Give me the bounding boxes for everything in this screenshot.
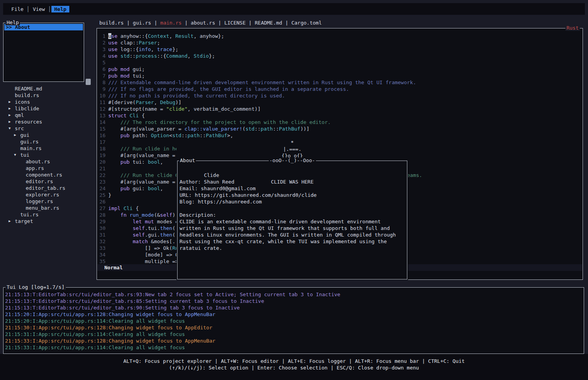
code-token: use <box>108 46 117 52</box>
tree-item-gui[interactable]: ▶gui <box>3 132 93 138</box>
code-token: clap::value_parser! <box>185 126 243 132</box>
code-token: pub <box>120 186 129 191</box>
folder-expanded-icon: ▼ <box>9 125 15 132</box>
code-token <box>108 186 120 191</box>
code-token: Cli <box>123 205 132 211</box>
tree-item-target[interactable]: ▶target <box>3 218 93 224</box>
code-token: pub <box>108 73 117 79</box>
tab-gui-rs[interactable]: gui.rs <box>133 20 151 26</box>
code-line: 13struct Cli { <box>98 112 582 119</box>
code-token: let <box>133 219 142 224</box>
code-token: log::{ <box>117 46 139 52</box>
tab-about-rs[interactable]: about.rs <box>191 20 215 26</box>
tab-build-rs[interactable]: build.rs <box>99 20 124 26</box>
menu-item-help[interactable]: Help <box>51 6 69 12</box>
code-token: pub <box>108 66 117 72</box>
code-token: impl <box>108 205 120 211</box>
line-number: 30 <box>98 225 106 232</box>
tree-item-resources[interactable]: ▶resources <box>3 118 93 125</box>
code-line: 3use log::{info, trace}; <box>98 46 582 53</box>
status-keybinds-primary: ALT+Q: Focus project explorer | ALT+W: F… <box>0 358 588 364</box>
code-line: 1use anyhow::{Context, Result, anyhow}; <box>98 33 582 39</box>
tree-item-explorer-rs[interactable]: explorer.rs <box>3 191 93 198</box>
tree-item-build-rs[interactable]: build.rs <box>3 92 93 99</box>
line-number: 3 <box>98 46 106 53</box>
code-token: Stdio <box>194 53 209 59</box>
log-panel[interactable]: Tui Log [log=1.7/s] 21:15:13:T:EditorTab… <box>3 287 584 354</box>
code-token: path <box>261 126 273 132</box>
code-token: #[derive( <box>108 99 136 105</box>
line-number: 21 <box>98 165 106 172</box>
tree-item-label: tui <box>20 152 29 158</box>
about-dialog-title: About <box>179 157 196 163</box>
code-token <box>127 113 130 118</box>
log-panel-title: Tui Log [log=1.7/s] <box>5 284 66 290</box>
tree-item-readme-md[interactable]: README.md <box>3 85 93 92</box>
tree-item-main-rs[interactable]: main.rs <box>3 145 93 152</box>
editor-tab-bar[interactable]: build.rs | gui.rs | main.rs | about.rs |… <box>99 19 322 26</box>
tree-item-logger-rs[interactable]: logger.rs <box>3 198 93 205</box>
tree-item-gui-rs[interactable]: gui.rs <box>3 138 93 145</box>
code-token: mod <box>120 73 129 79</box>
log-entries: 21:15:13:T:EditorTab:src/tui/editor_tab.… <box>4 288 584 351</box>
tree-item-src[interactable]: ▼src <box>3 125 93 132</box>
tab-separator: | <box>124 20 133 26</box>
tab-main-rs[interactable]: main.rs <box>160 20 182 26</box>
menu-bar[interactable]: File│View│Help <box>3 3 585 15</box>
scrollbar-thumb[interactable] <box>86 79 91 85</box>
about-header-row: Clide CLIDE WAS HERE <box>178 165 407 172</box>
line-number: 29 <box>98 218 106 225</box>
log-entry: 21:15:13:T:EditorTab:src/tui/editor_tab.… <box>5 298 584 304</box>
tab-readme-md[interactable]: README.md <box>255 20 282 26</box>
code-token: { <box>133 205 139 211</box>
menu-item-file[interactable]: File <box>9 6 26 12</box>
code-token: :: <box>130 53 136 59</box>
tree-item-menu-bar-rs[interactable]: menu_bar.rs <box>3 205 93 211</box>
code-token: :: <box>273 126 279 132</box>
line-number: 22 <box>98 172 106 179</box>
tree-item-component-rs[interactable]: component.rs <box>3 171 93 178</box>
project-explorer[interactable]: README.mdbuild.rs▶icons▶libclide▶qml▶res… <box>3 85 93 224</box>
line-number: 4 <box>98 53 106 59</box>
folder-collapsed-icon: ▶ <box>9 105 15 112</box>
tree-item-about-rs[interactable]: about.rs <box>3 158 93 165</box>
about-description-label: Description: <box>178 212 407 218</box>
tab-license[interactable]: LICENSE <box>224 20 246 26</box>
tree-item-tui[interactable]: ▼tui <box>3 152 93 158</box>
about-ascii-art: *|.===.{}o o{} <box>187 139 398 159</box>
tree-item-icons[interactable]: ▶icons <box>3 99 93 105</box>
code-line: 6pub mod gui; <box>98 66 582 72</box>
line-number: 32 <box>98 238 106 245</box>
line-number: 24 <box>98 185 106 192</box>
code-line: 14 /// The root directory for the projec… <box>98 119 582 125</box>
code-token: ))] <box>300 126 309 132</box>
line-number: 23 <box>98 179 106 185</box>
code-token <box>108 232 133 238</box>
menu-item-view[interactable]: View <box>30 6 48 12</box>
code-token: Option <box>151 133 169 138</box>
code-token: bool <box>148 159 160 165</box>
code-token <box>108 219 133 224</box>
code-token: pub <box>120 159 129 165</box>
tree-item-editor-tab-rs[interactable]: editor_tab.rs <box>3 185 93 191</box>
code-token: gui: <box>130 186 148 191</box>
code-token: Result <box>175 33 194 39</box>
tree-item-label: component.rs <box>26 171 62 178</box>
code-token: trace <box>157 46 172 52</box>
tree-item-label: editor_tab.rs <box>26 185 65 191</box>
code-token: , verbatim_doc_comment)] <box>188 106 261 112</box>
code-token: match <box>133 239 148 244</box>
code-token: , <box>154 99 160 105</box>
tree-item-tui-rs[interactable]: tui.rs <box>3 211 93 218</box>
tree-item-qml[interactable]: ▶qml <box>3 112 93 118</box>
tree-item-app-rs[interactable]: app.rs <box>3 165 93 171</box>
code-token: #[arg(value_name = <box>108 152 178 158</box>
tab-separator: | <box>181 20 190 26</box>
about-description-line: Rust using the cxx-qt crate, while the T… <box>178 238 407 245</box>
tree-item-libclide[interactable]: ▶libclide <box>3 105 93 112</box>
tree-item-label: libclide <box>15 105 39 112</box>
code-token: use <box>108 40 117 46</box>
menu-separator: │ <box>48 6 51 12</box>
tab-cargo-toml[interactable]: Cargo.toml <box>291 20 322 26</box>
tree-item-editor-rs[interactable]: editor.rs <box>3 178 93 185</box>
